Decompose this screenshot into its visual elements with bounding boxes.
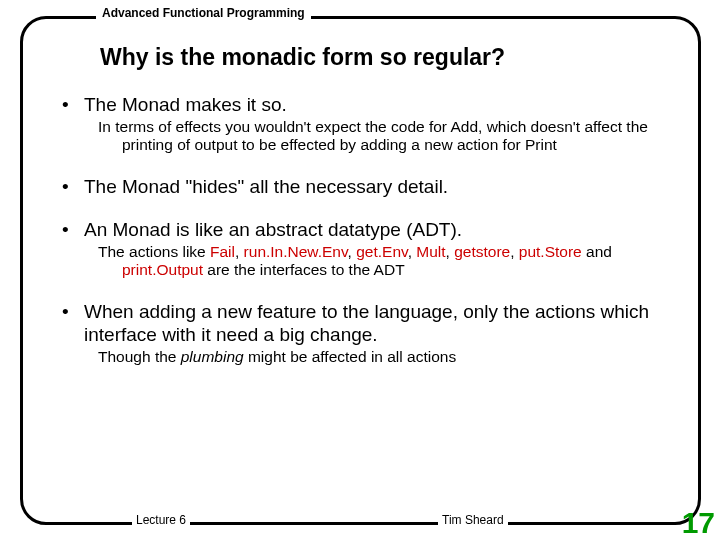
bullet-list: The Monad makes it so. In terms of effec… <box>48 93 673 366</box>
bullet-1-text: The Monad makes it so. <box>84 94 287 115</box>
sep3: , <box>408 243 417 260</box>
course-header: Advanced Functional Programming <box>96 6 311 20</box>
kw-putstore: put.Store <box>519 243 582 260</box>
bullet-4-sub: Though the plumbing might be affected in… <box>98 348 673 366</box>
sep4: , <box>446 243 455 260</box>
bullet-3-prefix: The actions like <box>98 243 210 260</box>
bullet-2: The Monad "hides" all the necessary deta… <box>48 175 673 198</box>
kw-getenv: get.Env <box>356 243 407 260</box>
bullet-2-text: The Monad "hides" all the necessary deta… <box>84 176 448 197</box>
bullet-3-text: An Monad is like an abstract datatype (A… <box>84 219 462 240</box>
bullet-3-sub: The actions like Fail, run.In.New.Env, g… <box>98 243 673 280</box>
bullet-4-text: When adding a new feature to the languag… <box>84 301 649 345</box>
slide: Advanced Functional Programming Why is t… <box>0 0 721 541</box>
bullet-1-sub-text: In terms of effects you wouldn't expect … <box>98 118 673 155</box>
bullet-4-after: might be affected in all actions <box>244 348 457 365</box>
bullet-3-suffix: are the interfaces to the ADT <box>203 261 405 278</box>
bullet-3-sub-wrap: The actions like Fail, run.In.New.Env, g… <box>98 243 673 280</box>
page-number: 17 <box>682 506 715 540</box>
slide-title: Why is the monadic form so regular? <box>100 44 673 71</box>
kw-runinnewenv: run.In.New.Env <box>244 243 348 260</box>
sep2: , <box>348 243 357 260</box>
bullet-1-sub: In terms of effects you wouldn't expect … <box>98 118 673 155</box>
bullet-4-sub-wrap: Though the plumbing might be affected in… <box>98 348 673 366</box>
footer-lecture: Lecture 6 <box>132 513 190 527</box>
lastsep: and <box>582 243 612 260</box>
slide-content: Why is the monadic form so regular? The … <box>48 44 673 485</box>
footer-author: Tim Sheard <box>438 513 508 527</box>
bullet-3: An Monad is like an abstract datatype (A… <box>48 218 673 280</box>
sep1: , <box>235 243 244 260</box>
bullet-4: When adding a new feature to the languag… <box>48 300 673 367</box>
bullet-4-before: Though the <box>98 348 181 365</box>
bullet-4-em: plumbing <box>181 348 244 365</box>
kw-fail: Fail <box>210 243 235 260</box>
kw-getstore: getstore <box>454 243 510 260</box>
sep5: , <box>510 243 519 260</box>
kw-mult: Mult <box>416 243 445 260</box>
kw-printoutput: print.Output <box>122 261 203 278</box>
bullet-1: The Monad makes it so. In terms of effec… <box>48 93 673 155</box>
slide-footer: Lecture 6 Tim Sheard 17 <box>0 505 721 537</box>
